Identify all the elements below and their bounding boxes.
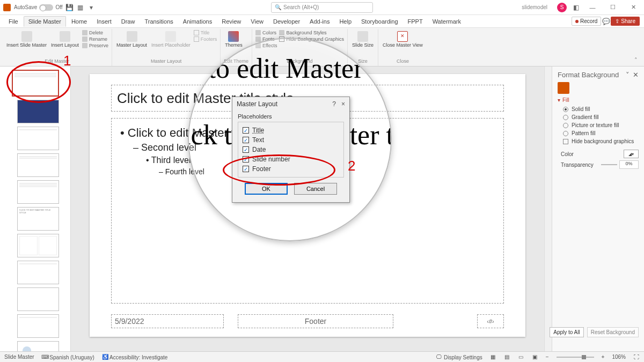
display-settings[interactable]: 🖵 Display Settings (436, 354, 482, 360)
thumbnail-layout[interactable] (17, 234, 59, 257)
reset-background-button[interactable]: Reset Background (587, 327, 639, 337)
rename-button[interactable]: Rename (82, 36, 108, 42)
title-checkbox[interactable]: Title (243, 125, 339, 135)
slide-number-placeholder[interactable]: ‹#› (477, 314, 504, 328)
cancel-button[interactable]: Cancel (294, 183, 337, 195)
pane-close-icon[interactable]: ✕ (633, 71, 639, 79)
hide-bg-checkbox[interactable]: Hide Background Graphics (279, 36, 344, 42)
minimize-button[interactable]: — (585, 2, 600, 13)
master-layout-dialog: Master Layout ? × Placeholders Title Tex… (232, 97, 350, 203)
fonts-button[interactable]: Fonts (255, 36, 277, 42)
tab-watermark[interactable]: Watermark (428, 17, 465, 26)
title-checkbox[interactable]: Title (194, 30, 217, 35)
close-master-button[interactable]: ✕Close Master View (382, 30, 424, 49)
insert-layout-button[interactable]: Insert Layout (50, 30, 80, 49)
fill-category-icon[interactable] (558, 82, 569, 94)
text-checkbox[interactable]: Text (243, 135, 339, 145)
fill-section[interactable]: ▾Fill (558, 97, 639, 103)
solid-fill-radio[interactable]: Solid fill (558, 105, 639, 113)
thumbnail-layout[interactable] (17, 100, 59, 123)
slideshow-view-icon[interactable]: ▣ (532, 354, 538, 360)
autosave-toggle[interactable]: AutoSave Off (14, 4, 63, 11)
status-accessibility[interactable]: ♿ Accessibility: Investigate (102, 354, 168, 360)
more-qat-icon[interactable]: ▾ (87, 4, 95, 11)
present-icon[interactable]: ▦ (77, 4, 84, 11)
tab-insert[interactable]: Insert (92, 17, 116, 26)
normal-view-icon[interactable]: ▦ (490, 354, 496, 360)
slide-number-checkbox[interactable]: Slide number (243, 154, 339, 164)
share-button[interactable]: ⇪Share (611, 17, 640, 26)
tab-help[interactable]: Help (335, 17, 356, 26)
preserve-button[interactable]: Preserve (82, 43, 108, 48)
tab-addins[interactable]: Add-ins (305, 17, 334, 26)
tab-view[interactable]: View (246, 17, 268, 26)
collapse-ribbon-button[interactable]: ˄ (630, 55, 642, 66)
tab-developer[interactable]: Developer (269, 17, 304, 26)
effects-button[interactable]: Effects (255, 43, 277, 48)
gradient-fill-radio[interactable]: Gradient fill (558, 113, 639, 121)
hide-bg-checkbox[interactable]: Hide background graphics (558, 137, 639, 145)
ribbon-options-icon[interactable]: ◧ (572, 4, 580, 11)
thumbnail-pane[interactable]: CLICK TO EDIT MASTER TITLE STYLE (0, 67, 71, 351)
thumbnail-layout[interactable] (17, 287, 59, 311)
tab-animations[interactable]: Animations (179, 17, 216, 26)
reading-view-icon[interactable]: ▭ (518, 354, 524, 360)
date-checkbox[interactable]: Date (243, 145, 339, 154)
colors-button[interactable]: Colors (255, 30, 277, 35)
pattern-fill-radio[interactable]: Pattern fill (558, 129, 639, 137)
picture-fill-radio[interactable]: Picture or texture fill (558, 121, 639, 129)
insert-slide-master-button[interactable]: Insert Slide Master (5, 30, 48, 49)
close-button[interactable]: ✕ (626, 2, 641, 13)
footers-checkbox[interactable]: Footers (194, 36, 217, 42)
tab-draw[interactable]: Draw (117, 17, 140, 26)
thumbnail-layout[interactable] (17, 314, 59, 338)
status-view[interactable]: Slide Master (4, 354, 34, 360)
maximize-button[interactable]: ☐ (605, 2, 620, 13)
sorter-view-icon[interactable]: ▤ (504, 354, 510, 360)
transparency-slider[interactable] (601, 164, 617, 165)
dialog-help-button[interactable]: ? (332, 100, 336, 108)
thumbnail-layout[interactable] (17, 127, 59, 150)
ok-button[interactable]: OK (245, 183, 288, 195)
thumbnail-layout[interactable] (17, 341, 59, 351)
tab-storyboarding[interactable]: Storyboarding (357, 17, 402, 26)
tab-transitions[interactable]: Transitions (140, 17, 177, 26)
bg-styles-button[interactable]: Background Styles (279, 30, 344, 35)
date-placeholder[interactable]: 5/9/2022 (111, 314, 224, 328)
zoom-level[interactable]: 106% (612, 354, 626, 360)
fit-to-window-icon[interactable]: ⛶ (633, 354, 640, 360)
delete-button[interactable]: Delete (82, 30, 108, 35)
tab-fppt[interactable]: FPPT (404, 17, 427, 26)
footer-checkbox[interactable]: Footer (243, 164, 339, 174)
thumbnail-layout[interactable]: CLICK TO EDIT MASTER TITLE STYLE (17, 207, 59, 231)
footer-placeholder[interactable]: Footer (238, 314, 393, 328)
avatar[interactable]: S (557, 3, 567, 12)
insert-placeholder-button[interactable]: Insert Placeholder (150, 30, 192, 49)
search-placeholder: Search (Alt+Q) (283, 4, 319, 10)
apply-to-all-button[interactable]: Apply to All (550, 327, 583, 337)
thumbnail-layout[interactable] (17, 261, 59, 284)
dialog-close-button[interactable]: × (341, 100, 345, 108)
transparency-input[interactable]: 0% (619, 160, 639, 169)
thumbnail-layout[interactable] (17, 153, 59, 177)
master-layout-button[interactable]: Master Layout (115, 30, 148, 49)
tab-review[interactable]: Review (217, 17, 245, 26)
search-input[interactable]: 🔍 Search (Alt+Q) (271, 2, 373, 13)
themes-button[interactable]: Themes (224, 30, 244, 49)
status-language[interactable]: ⌨ Spanish (Uruguay) (42, 354, 94, 360)
zoom-in-button[interactable]: + (602, 354, 605, 360)
tab-home[interactable]: Home (67, 17, 91, 26)
tab-slide-master[interactable]: Slide Master (24, 16, 66, 27)
record-button[interactable]: Record (572, 17, 601, 26)
comments-icon[interactable]: 💬 (602, 18, 610, 25)
tab-file[interactable]: File (4, 17, 23, 26)
pane-options-icon[interactable]: ˅ (626, 71, 630, 79)
vertical-scrollbar[interactable] (544, 67, 552, 351)
zoom-slider[interactable] (557, 357, 594, 358)
thumbnail-layout[interactable] (17, 180, 59, 204)
zoom-out-button[interactable]: − (546, 354, 549, 360)
color-picker[interactable]: ◢▾ (624, 150, 639, 158)
save-icon[interactable]: 💾 (66, 4, 74, 11)
thumbnail-master[interactable] (12, 70, 59, 97)
slide-size-button[interactable]: Slide Size (351, 30, 375, 49)
